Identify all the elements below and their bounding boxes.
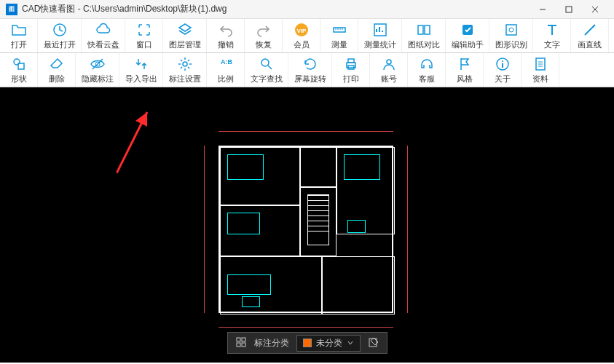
style-button[interactable]: 风格 (446, 53, 484, 87)
tool-label: 导入导出 (125, 74, 157, 84)
print-button[interactable]: 打印 (332, 53, 370, 87)
io-icon (133, 56, 149, 72)
measure-stat-button[interactable]: 测量统计 (358, 19, 402, 52)
tool-label: 撤销 (218, 39, 234, 50)
edit-helper-button[interactable]: 编辑助手 (446, 19, 489, 52)
stat-icon (372, 22, 388, 38)
flag-icon (457, 56, 473, 72)
anno-category-select[interactable]: 未分类 (296, 335, 361, 352)
grid-icon[interactable] (235, 336, 247, 350)
svg-line-14 (585, 25, 595, 35)
tool-label: 会员 (294, 39, 310, 50)
svg-rect-35 (237, 338, 240, 341)
import-export-button[interactable]: 导入导出 (119, 53, 163, 87)
cloud-icon (95, 22, 111, 38)
ab-icon: A:B (218, 56, 234, 72)
data-button[interactable]: 资料 (521, 53, 559, 87)
status-bar: 标注分类 未分类 (227, 332, 387, 354)
about-button[interactable]: 关于 (484, 53, 521, 87)
maximize-button[interactable] (556, 0, 582, 19)
svg-line-22 (268, 66, 272, 69)
user-icon (381, 56, 397, 72)
tool-label: 打开 (11, 39, 27, 50)
svg-text:A:B: A:B (221, 58, 232, 66)
close-button[interactable] (582, 0, 608, 19)
layer-button[interactable]: 图层管理 (163, 19, 207, 52)
layers-icon (177, 22, 193, 38)
svg-point-15 (14, 59, 20, 65)
tool-label: 图纸对比 (408, 39, 440, 50)
minimize-button[interactable] (530, 0, 556, 19)
svg-line-34 (117, 112, 147, 173)
compare-icon (416, 22, 432, 38)
rotate-button[interactable]: 屏幕旋转 (288, 53, 332, 87)
recent-button[interactable]: 最近打开 (38, 19, 82, 52)
open-button[interactable]: 打开 (0, 19, 38, 52)
expand-icon (136, 22, 152, 38)
delete-button[interactable]: 删除 (38, 53, 76, 87)
line-button[interactable]: 画直线 (571, 19, 609, 52)
svg-rect-10 (425, 25, 430, 34)
tool-label: 窗口 (136, 39, 152, 50)
tool-label: 图形识别 (495, 39, 527, 50)
app-icon: 图 (6, 4, 17, 15)
svg-rect-12 (506, 25, 516, 35)
anno-set-button[interactable]: 标注设置 (163, 53, 207, 87)
tool-label: 打印 (343, 74, 359, 84)
svg-rect-37 (237, 343, 240, 347)
tool-label: 编辑助手 (452, 39, 484, 50)
tool-label: 比例 (218, 74, 234, 84)
tool-label: 快看云盘 (87, 39, 119, 50)
drawing-canvas[interactable]: 标注分类 未分类 (0, 87, 614, 363)
vip-button[interactable]: VIP会员 (283, 19, 320, 52)
shape-icon (11, 56, 27, 72)
tool-label: 画直线 (578, 39, 602, 50)
detect-icon (503, 22, 519, 38)
window-button[interactable]: 窗口 (125, 19, 163, 52)
cloud-button[interactable]: 快看云盘 (82, 19, 125, 52)
chevron-down-icon (347, 339, 354, 347)
support-button[interactable]: 客服 (408, 53, 446, 87)
redo-icon (256, 22, 272, 38)
shape-button[interactable]: 形状 (0, 53, 38, 87)
tool-label: 测量统计 (364, 39, 396, 50)
account-button[interactable]: 账号 (370, 53, 408, 87)
color-swatch (303, 339, 312, 347)
redo-button[interactable]: 恢复 (245, 19, 283, 52)
anno-category-label: 标注分类 (254, 337, 289, 349)
tool-label: 隐藏标注 (82, 74, 114, 84)
gear-icon (177, 56, 193, 72)
tool-label: 标注设置 (169, 74, 201, 84)
undo-icon (218, 22, 234, 38)
svg-point-19 (183, 62, 187, 66)
hide-anno-button[interactable]: 隐藏标注 (76, 53, 119, 87)
undo-button[interactable]: 撤销 (207, 19, 245, 52)
svg-rect-24 (348, 59, 354, 63)
search-icon (259, 56, 275, 72)
svg-rect-1 (566, 7, 572, 12)
tool-label: 测量 (331, 39, 347, 50)
edit-icon[interactable] (368, 336, 379, 350)
tool-label: 恢复 (256, 39, 272, 50)
text-button[interactable]: 文字 (533, 19, 571, 52)
floor-plan (204, 131, 408, 328)
rotate-icon (302, 56, 318, 72)
tool-label: 文字 (544, 39, 560, 50)
svg-point-29 (502, 60, 503, 62)
toolbar-row-2: 形状删除隐藏标注导入导出标注设置A:B比例文字查找屏幕旋转打印账号客服风格关于资… (0, 53, 614, 87)
ruler-icon (331, 22, 347, 38)
scale-button[interactable]: A:B比例 (207, 53, 245, 87)
tool-label: 风格 (457, 74, 473, 84)
svg-point-26 (387, 60, 391, 64)
info-icon (495, 56, 511, 72)
toolbar-row-1: 打开最近打开快看云盘窗口图层管理撤销恢复VIP会员测量测量统计图纸对比编辑助手图… (0, 19, 614, 53)
svg-text:VIP: VIP (296, 28, 307, 34)
shape-detect-button[interactable]: 图形识别 (489, 19, 533, 52)
tool-label: 关于 (495, 74, 511, 84)
find-text-button[interactable]: 文字查找 (245, 53, 288, 87)
compare-button[interactable]: 图纸对比 (402, 19, 446, 52)
eye-icon (90, 56, 106, 72)
line-icon (582, 22, 598, 38)
annotation-arrow (117, 108, 160, 173)
measure-button[interactable]: 测量 (320, 19, 358, 52)
